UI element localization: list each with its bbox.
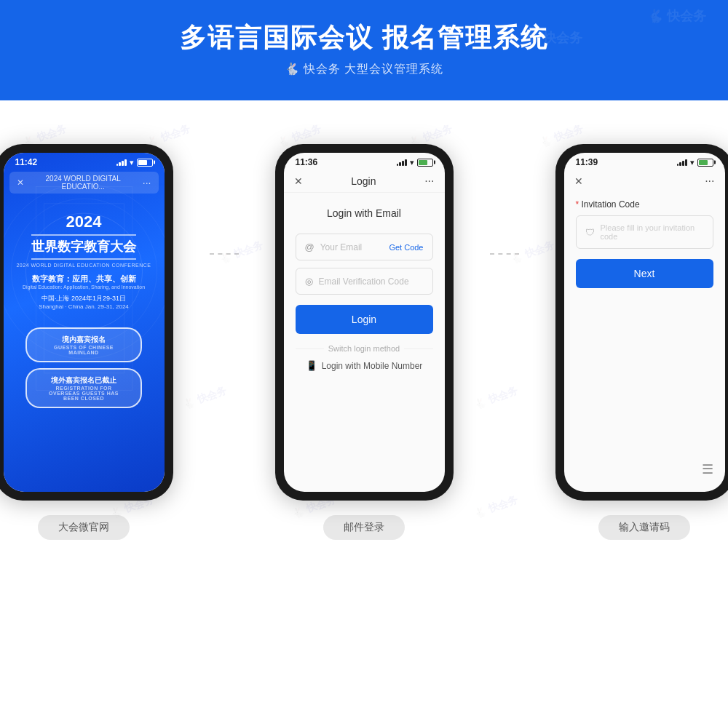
phone1-close[interactable]: ✕: [17, 178, 24, 188]
code-input-group[interactable]: ◎ Email Verification Code: [296, 268, 433, 295]
conf-title-en: 2024 WORLD DIGITAL EDUCATION CONFERENCE: [16, 263, 151, 268]
mobile-login-row[interactable]: 📱 Login with Mobile Number: [296, 360, 433, 371]
phone3-close[interactable]: ✕: [574, 175, 583, 187]
conf-title-cn: 世界数字教育大会: [31, 234, 136, 260]
phone3-wrap: 11:39 ▾ ✕: [555, 144, 729, 540]
phone1: 11:42 ▾: [0, 144, 173, 501]
phone3-menu[interactable]: ···: [705, 175, 714, 188]
at-icon: @: [305, 242, 314, 252]
phone2-menu[interactable]: ···: [424, 175, 434, 188]
hamburger-menu-icon[interactable]: ☰: [702, 461, 713, 477]
phone1-wifi: ▾: [130, 158, 134, 167]
phone3-topbar: ✕ ···: [564, 170, 725, 192]
switch-line-left: [296, 348, 324, 349]
domestic-btn-en: GUESTS OF CHINESE MAINLAND: [41, 345, 126, 355]
conf-btns: 境内嘉宾报名 GUESTS OF CHINESE MAINLAND 境外嘉宾报名…: [25, 322, 142, 414]
phone3-inner: 11:39 ▾ ✕: [564, 153, 725, 492]
field-label-text: Invitation Code: [582, 199, 640, 210]
page-title: 多语言国际会议 报名管理系统: [15, 20, 713, 56]
connector1: [210, 253, 239, 255]
phone1-battery-fill: [138, 160, 148, 165]
get-code-btn[interactable]: Get Code: [389, 243, 423, 252]
dash-line-1: [210, 253, 239, 255]
required-mark: *: [576, 199, 579, 210]
overseas-btn-cn: 境外嘉宾报名已截止: [41, 375, 126, 386]
phone1-battery: [137, 159, 153, 167]
phone2-battery-fill: [419, 160, 428, 165]
page-subtitle: 🐇 快会务 大型会议管理系统: [15, 62, 713, 77]
mobile-icon: 📱: [306, 360, 317, 371]
phone1-urlbar: ✕ 2024 WORLD DIGITAL EDUCATIO... ···: [9, 172, 159, 194]
phone1-signal: [116, 159, 127, 166]
conf-date-en: Shanghai · China Jan. 29-31, 2024: [39, 303, 129, 310]
shield-icon: 🛡: [585, 227, 595, 238]
phone1-status-bar: 11:42 ▾: [4, 153, 165, 170]
switch-text: Switch login method: [328, 344, 400, 353]
dash-line-2: [490, 253, 519, 255]
phone2-time: 11:36: [296, 157, 318, 167]
login-button[interactable]: Login: [296, 305, 433, 334]
phone3-battery-fill: [699, 160, 708, 165]
switch-line-right: [404, 348, 432, 349]
connector2: [490, 253, 519, 255]
email-placeholder: Your Email: [320, 242, 384, 252]
domestic-btn[interactable]: 境内嘉宾报名 GUESTS OF CHINESE MAINLAND: [25, 327, 142, 362]
phone2-wifi: ▾: [410, 158, 414, 167]
phone3-label: 输入邀请码: [598, 515, 690, 540]
next-button[interactable]: Next: [576, 259, 713, 288]
header: 🐇 快会务 🐇 快会务 多语言国际会议 报名管理系统 🐇 快会务 大型会议管理系…: [0, 0, 728, 100]
switch-method-row: Switch login method: [296, 344, 433, 353]
code-icon: ◎: [305, 276, 313, 287]
conf-date-cn: 中国·上海 2024年1月29-31日: [41, 294, 126, 303]
invitation-input[interactable]: 🛡 Please fill in your invitation code: [576, 215, 713, 249]
conf-theme-en: Digital Education: Application, Sharing,…: [23, 284, 145, 290]
phone2-status-bar: 11:36 ▾: [284, 153, 445, 170]
phone2-signal: [397, 159, 407, 166]
code-placeholder: Email Verification Code: [319, 276, 424, 287]
phone1-wrap: 11:42 ▾: [0, 144, 173, 540]
phone3-status-icons: ▾: [677, 158, 713, 167]
mobile-login-text: Login with Mobile Number: [322, 361, 423, 371]
conf-year: 2024: [66, 212, 102, 231]
phone1-menu[interactable]: ···: [143, 177, 151, 188]
phone1-status-icons: ▾: [116, 158, 153, 167]
phone3-battery: [697, 159, 713, 167]
overseas-btn[interactable]: 境外嘉宾报名已截止 REGISTRATION FOR OVERSEAS GUES…: [25, 368, 142, 408]
phone2-status-icons: ▾: [397, 158, 433, 167]
phone2-title: Login: [351, 175, 376, 187]
phone2-close[interactable]: ✕: [294, 175, 303, 187]
phone1-time: 11:42: [15, 157, 38, 167]
main-content: 🐇 快会务 🐇 快会务 🐇 快会务 🐇 快会务 🐇 快会务 🐇 快会务 🐇 快会…: [0, 100, 728, 713]
phone3-status-bar: 11:39 ▾: [564, 153, 725, 170]
phones-row: 11:42 ▾: [0, 144, 728, 540]
phone2-inner: 11:36 ▾ ✕: [284, 153, 445, 492]
phone2-label: 邮件登录: [323, 515, 405, 540]
phone3-body: * Invitation Code 🛡 Please fill in your …: [564, 192, 725, 295]
phone1-url: 2024 WORLD DIGITAL EDUCATIO...: [24, 175, 143, 191]
phone3: 11:39 ▾ ✕: [555, 144, 729, 501]
phone3-wifi: ▾: [690, 158, 695, 167]
phone2-topbar: ✕ Login ···: [284, 170, 445, 193]
email-input-group[interactable]: @ Your Email Get Code: [296, 234, 433, 260]
invite-placeholder: Please fill in your invitation code: [601, 223, 704, 241]
overseas-btn-en: REGISTRATION FOR OVERSEAS GUESTS HAS BEE…: [41, 386, 126, 401]
conf-theme-cn: 数字教育：应用、共享、创新: [32, 274, 136, 284]
phone2-battery: [417, 159, 433, 167]
phone1-label: 大会微官网: [38, 515, 130, 540]
invitation-field-label: * Invitation Code: [576, 199, 713, 210]
phone1-content: 2024 世界数字教育大会 2024 WORLD DIGITAL EDUCATI…: [4, 199, 165, 492]
phone3-time: 11:39: [576, 157, 598, 167]
phone2-wrap: 11:36 ▾ ✕: [275, 144, 454, 540]
phone3-signal: [677, 159, 687, 166]
phone1-inner: 11:42 ▾: [4, 153, 165, 492]
phone2: 11:36 ▾ ✕: [275, 144, 454, 501]
domestic-btn-cn: 境内嘉宾报名: [41, 335, 126, 345]
login-section-title: Login with Email: [296, 207, 433, 219]
phone2-body: Login with Email @ Your Email Get Code ◎…: [284, 193, 445, 386]
